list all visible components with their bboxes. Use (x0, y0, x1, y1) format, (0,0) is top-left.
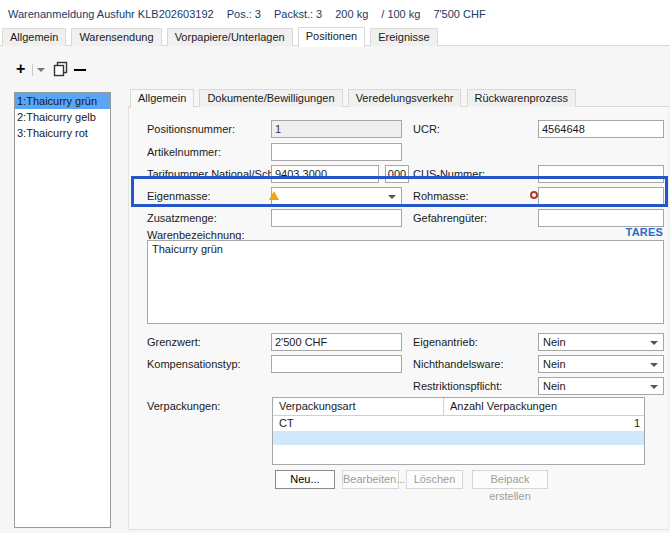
eigenantrieb-label: Eigenantrieb: (413, 333, 478, 351)
eigenantrieb-value: Nein (543, 336, 566, 348)
restriktionspflicht-value: Nein (543, 380, 566, 392)
cus-nummer-field[interactable] (538, 165, 664, 183)
eigenantrieb-combobox[interactable]: Nein (538, 333, 664, 351)
verpackungsart-cell: CT (273, 416, 444, 431)
artikelnummer-field[interactable] (271, 143, 402, 161)
rohmasse-field[interactable] (538, 187, 664, 205)
neu-button[interactable]: Neu... (275, 470, 335, 489)
warning-icon (269, 191, 279, 200)
cus-nummer-label: CUS-Nummer: (413, 165, 485, 183)
tab-vorpapiere-unterlagen[interactable]: Vorpapiere/Unterlagen (167, 28, 293, 46)
verpackungen-table[interactable]: Verpackungsart Anzahl Verpackungen CT 1 (272, 397, 645, 465)
header-pos: Pos.: 3 (227, 8, 261, 20)
tab-veredelungsverkehr[interactable]: Veredelungsverkehr (348, 89, 462, 107)
tab-warensendung[interactable]: Warensendung (71, 28, 161, 46)
list-item-position-3[interactable]: 3:Thaicurry rot (15, 125, 110, 141)
zusatzmenge-label: Zusatzmenge: (147, 209, 217, 227)
table-row-selected-empty[interactable] (273, 431, 644, 445)
positionsnummer-field (271, 120, 402, 138)
restriktionspflicht-label: Restriktionspflicht: (413, 377, 502, 395)
document-title: Warenanmeldung Ausfuhr KLB202603192Pos.:… (8, 8, 499, 20)
tarifnummer-key-field[interactable] (385, 165, 409, 183)
nichthandelsware-value: Nein (543, 358, 566, 370)
copy-position-icon[interactable] (53, 61, 69, 77)
grenzwert-field[interactable] (271, 333, 402, 351)
tarifnummer-field[interactable] (271, 165, 379, 183)
nichthandelsware-label: Nichthandelsware: (413, 355, 504, 373)
remove-position-button[interactable] (74, 69, 86, 71)
ucr-label: UCR: (413, 120, 440, 138)
zusatzmenge-field[interactable] (271, 209, 402, 227)
list-item-position-2[interactable]: 2:Thaicurry gelb (15, 109, 110, 125)
kompensationstyp-label: Kompensationstyp: (147, 355, 241, 373)
header-title: Warenanmeldung Ausfuhr KLB202603192 (8, 8, 214, 20)
positionsnummer-label: Positionsnummer: (147, 120, 235, 138)
table-row[interactable]: CT 1 (273, 416, 644, 431)
header-weight-gross: 200 kg (335, 8, 368, 20)
verpackungen-table-header: Verpackungsart Anzahl Verpackungen (273, 398, 644, 416)
list-item-position-1[interactable]: 1:Thaicurry grün (15, 93, 110, 109)
restriktionspflicht-dropdown-chevron-icon (650, 385, 658, 389)
tab-dokumente-bewilligungen[interactable]: Dokumente/Bewilligungen (199, 89, 342, 107)
tab-allgemein[interactable]: Allgemein (2, 28, 66, 46)
gefahrengueter-label: Gefahrengüter: (413, 209, 487, 227)
kompensationstyp-field[interactable] (271, 355, 402, 373)
verpackungen-label: Verpackungen: (147, 397, 220, 415)
add-position-button[interactable]: + (16, 60, 25, 78)
tab-positionen[interactable]: Positionen (298, 27, 365, 47)
tab-ereignisse[interactable]: Ereignisse (370, 28, 437, 46)
rohmasse-label: Rohmasse: (413, 187, 469, 205)
warenbezeichnung-textarea[interactable]: Thaicurry grün (147, 240, 664, 324)
tares-link[interactable]: TARES (626, 226, 663, 238)
loeschen-button[interactable]: Löschen (406, 470, 463, 489)
toolbar-separator (32, 64, 33, 76)
header-weight-net: / 100 kg (381, 8, 420, 20)
column-verpackungsart[interactable]: Verpackungsart (273, 398, 444, 415)
artikelnummer-label: Artikelnummer: (147, 143, 221, 161)
add-dropdown-chevron-icon[interactable] (37, 68, 45, 72)
validation-error-icon (530, 191, 538, 199)
position-tabstrip: Allgemein Dokumente/Bewilligungen Verede… (128, 88, 670, 107)
eigenantrieb-dropdown-chevron-icon (650, 341, 658, 345)
nichthandelsware-dropdown-chevron-icon (650, 363, 658, 367)
tab-rueckwarenprozess[interactable]: Rückwarenprozess (467, 89, 577, 107)
position-list[interactable]: 1:Thaicurry grün 2:Thaicurry gelb 3:Thai… (14, 92, 111, 528)
anzahl-cell: 1 (444, 416, 644, 431)
tab-position-allgemein[interactable]: Allgemein (130, 89, 194, 108)
column-anzahl-verpackungen[interactable]: Anzahl Verpackungen (444, 398, 644, 415)
beipack-erstellen-button[interactable]: Beipack erstellen (472, 470, 548, 489)
header-value: 7'500 CHF (433, 8, 485, 20)
main-tabstrip: Allgemein Warensendung Vorpapiere/Unterl… (0, 26, 670, 46)
header-packst: Packst.: 3 (274, 8, 322, 20)
eigenmasse-combobox[interactable] (271, 187, 402, 205)
ucr-field[interactable] (538, 120, 664, 138)
gefahrengueter-field[interactable] (538, 209, 664, 227)
bearbeiten-button[interactable]: Bearbeiten... (342, 470, 399, 489)
eigenmasse-dropdown-chevron-icon (388, 195, 396, 199)
grenzwert-label: Grenzwert: (147, 333, 201, 351)
nichthandelsware-combobox[interactable]: Nein (538, 355, 664, 373)
eigenmasse-label: Eigenmasse: (147, 187, 211, 205)
window-header: Warenanmeldung Ausfuhr KLB202603192Pos.:… (0, 0, 670, 26)
restriktionspflicht-combobox[interactable]: Nein (538, 377, 664, 395)
